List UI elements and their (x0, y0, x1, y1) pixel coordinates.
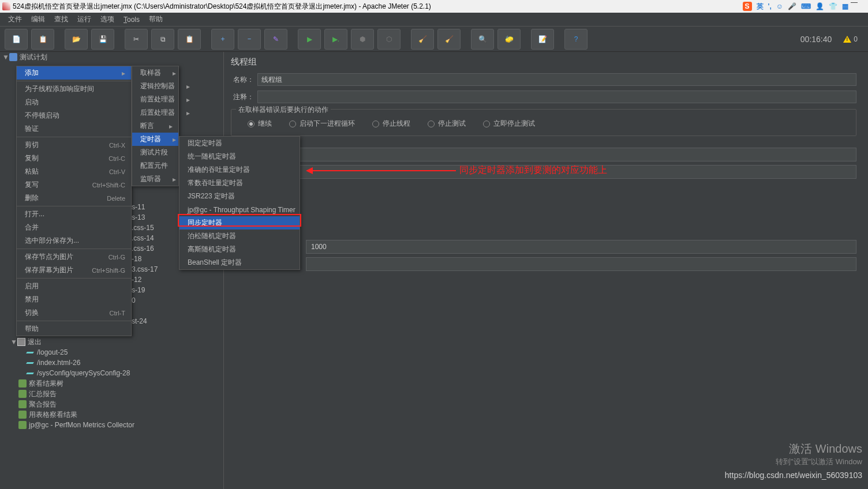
clear-button[interactable]: 🧹 (411, 29, 434, 50)
rampup-input[interactable]: 10 (246, 165, 856, 179)
run-no-pause-button[interactable]: ▶. (324, 29, 347, 50)
tree-item[interactable]: jp@gc - PerfMon Metrics Collector (29, 420, 134, 430)
timer-item[interactable]: 高斯随机定时器 (179, 243, 300, 256)
tree-item-exit[interactable]: 退出 (28, 337, 42, 347)
ime-grid-icon: ▦ (842, 2, 848, 10)
sampler-icon (26, 362, 34, 364)
function-helper-button[interactable]: 📝 (531, 29, 554, 50)
window-minimize-button[interactable] (851, 2, 858, 3)
ctx-save-node-img[interactable]: 保存节点为图片Ctrl-G (17, 250, 131, 264)
radio-stop-test[interactable]: 停止测试 (428, 119, 466, 129)
ctx-paste[interactable]: 粘贴Ctrl-V (17, 165, 131, 178)
timer-item[interactable]: jp@gc - Throughput Shaping Timer (179, 203, 300, 216)
new-button[interactable]: 📄 (5, 29, 28, 50)
menu-file[interactable]: 文件 (3, 13, 27, 26)
on-error-group: 在取样器错误后要执行的动作 继续 启动下一进程循环 停止线程 停止测试 立即停止… (231, 109, 856, 136)
radio-stop-now[interactable]: 立即停止测试 (483, 119, 535, 129)
timer-submenu[interactable]: 固定定时器统一随机定时器准确的吞吐量定时器常数吞吐量定时器JSR223 定时器j… (179, 136, 300, 270)
tree-item[interactable]: 汇总报告 (29, 389, 57, 399)
tree-item[interactable]: 聚合报告 (29, 399, 57, 409)
menu-help[interactable]: 帮助 (144, 13, 167, 26)
stop-button[interactable]: ⬢ (351, 29, 374, 50)
add-sub-item[interactable]: 配置元件▸ (132, 159, 178, 172)
ctx-cut[interactable]: 剪切Ctrl-X (17, 138, 131, 152)
sogou-icon: S (743, 2, 752, 11)
watermark-line1: 激活 Windows (725, 441, 862, 457)
duration-input[interactable]: 1000 (306, 240, 856, 254)
menu-edit[interactable]: 编辑 (27, 13, 50, 26)
shutdown-button[interactable]: ⬡ (377, 29, 401, 50)
expand-button[interactable]: ＋ (211, 29, 234, 50)
name-input[interactable]: 线程组 (257, 73, 856, 86)
ctx-merge[interactable]: 合并 (17, 221, 131, 234)
templates-button[interactable]: 📋 (31, 29, 54, 50)
startup-delay-input[interactable] (306, 257, 856, 271)
ctx-help[interactable]: 帮助 (17, 322, 131, 336)
timer-item[interactable]: 同步定时器 (179, 216, 300, 230)
ctx-item[interactable]: 启动 (17, 96, 131, 109)
tree-item[interactable]: /sysConfig/querySysConfig-28 (37, 368, 130, 378)
timer-item[interactable]: 泊松随机定时器 (179, 230, 300, 243)
search-button[interactable]: 🔍 (471, 29, 494, 50)
copy-button[interactable]: ⧉ (151, 29, 174, 50)
radio-continue[interactable]: 继续 (248, 119, 272, 129)
save-button[interactable]: 💾 (91, 29, 114, 50)
run-button[interactable]: ▶ (298, 29, 321, 50)
ime-mic-icon: 🎤 (788, 2, 796, 10)
reset-search-button[interactable]: 🧽 (497, 29, 521, 50)
listener-icon (18, 421, 27, 429)
add-sub-item[interactable]: 后置处理器▸ (132, 106, 178, 119)
menu-options[interactable]: 选项 (96, 13, 119, 26)
comment-input[interactable] (257, 91, 856, 103)
timer-item[interactable]: 固定定时器 (179, 137, 300, 150)
clear-all-button[interactable]: 🧹 (437, 29, 461, 50)
menu-search[interactable]: 查找 (50, 13, 73, 26)
warning-indicator[interactable]: 0 (843, 35, 858, 43)
timer-item[interactable]: 准确的吞吐量定时器 (179, 163, 300, 176)
add-submenu[interactable]: 取样器▸逻辑控制器▸前置处理器▸后置处理器▸断言▸定时器▸测试片段▸配置元件▸监… (132, 66, 179, 186)
radio-next-loop[interactable]: 启动下一进程循环 (289, 119, 355, 129)
ctx-saveas[interactable]: 选中部分保存为... (17, 234, 131, 247)
ctx-add[interactable]: 添加▸ (17, 66, 131, 80)
timer-item[interactable]: BeanShell 定时器 (179, 256, 300, 269)
panel-heading: 线程组 (231, 57, 856, 67)
add-sub-item[interactable]: 定时器▸ (132, 133, 178, 146)
tree-item[interactable]: /logout-25 (37, 347, 68, 358)
ctx-disable[interactable]: 禁用 (17, 293, 131, 306)
ctx-item[interactable]: 验证 (17, 122, 131, 136)
ctx-delete[interactable]: 删除Delete (17, 191, 131, 205)
ctx-item[interactable]: 不停顿启动 (17, 109, 131, 122)
add-sub-item[interactable]: 测试片段▸ (132, 146, 178, 159)
help-button[interactable]: ? (564, 29, 588, 50)
add-sub-item[interactable]: 逻辑控制器▸ (132, 80, 178, 93)
tree-item[interactable]: 察看结果树 (29, 378, 63, 389)
ctx-toggle[interactable]: 切换Ctrl-T (17, 306, 131, 319)
ctx-save-screen-img[interactable]: 保存屏幕为图片Ctrl+Shift-G (17, 264, 131, 277)
ctx-copyas[interactable]: 复写Ctrl+Shift-C (17, 178, 131, 191)
timer-item[interactable]: JSR223 定时器 (179, 190, 300, 203)
open-button[interactable]: 📂 (65, 29, 88, 50)
ctx-enable[interactable]: 启用 (17, 280, 131, 293)
add-sub-item[interactable]: 前置处理器▸ (132, 93, 178, 106)
tree-root[interactable]: 测试计划 (20, 52, 47, 62)
listener-icon (18, 390, 27, 398)
ctx-item[interactable]: 为子线程添加响应时间 (17, 82, 131, 96)
ctx-open[interactable]: 打开... (17, 208, 131, 221)
add-sub-item[interactable]: 断言▸ (132, 119, 178, 133)
radio-stop-thread[interactable]: 停止线程 (372, 119, 410, 129)
toggle-button[interactable]: ✎ (264, 29, 287, 50)
tree-item[interactable]: 用表格察看结果 (29, 409, 77, 420)
menu-run[interactable]: 运行 (73, 13, 96, 26)
timer-item[interactable]: 常数吞吐量定时器 (179, 176, 300, 190)
tree-item[interactable]: /index.html-26 (37, 358, 80, 368)
timer-item[interactable]: 统一随机定时器 (179, 150, 300, 163)
ctx-copy[interactable]: 复制Ctrl-C (17, 152, 131, 165)
menu-tools[interactable]: Tools (119, 14, 144, 25)
cut-button[interactable]: ✂ (125, 29, 148, 50)
context-menu[interactable]: 添加▸ 为子线程添加响应时间 启动 不停顿启动 验证 剪切Ctrl-X 复制Ct… (16, 66, 132, 336)
add-sub-item[interactable]: 监听器▸ (132, 172, 178, 186)
collapse-button[interactable]: － (238, 29, 261, 50)
add-sub-item[interactable]: 取样器▸ (132, 66, 178, 80)
threads-input[interactable]: 100 (245, 148, 856, 161)
paste-button[interactable]: 📋 (178, 29, 201, 50)
